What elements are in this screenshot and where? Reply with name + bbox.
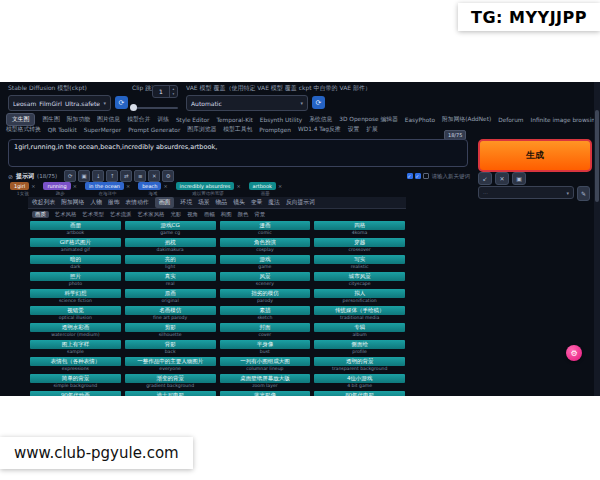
tag-button[interactable]: 亮的light (125, 255, 216, 270)
tag-category-tab[interactable]: 场景 (198, 198, 210, 207)
main-tab[interactable]: Deforum (498, 117, 523, 123)
clip-skip-number-input[interactable]: 1 ▴▾ (152, 85, 178, 98)
chip-text[interactable]: incredibly absurdres (176, 182, 235, 190)
chip-text[interactable]: 1girl (10, 182, 29, 190)
tag-category-tab[interactable]: 画面 (155, 197, 175, 208)
tag-button[interactable]: 暗的dark (30, 255, 121, 270)
generate-button[interactable]: 生成 (478, 139, 592, 172)
tag-button[interactable]: 背影back (125, 340, 216, 355)
tag-button[interactable]: 传统媒体（手绘稿）traditional media (314, 306, 405, 321)
tag-button[interactable]: 真实real (125, 272, 216, 287)
paste-params-icon[interactable]: ↙ (478, 172, 492, 185)
tag-button[interactable]: 表情包（各种表情）expressions (30, 357, 121, 372)
main-tab[interactable]: 扩展 (366, 125, 378, 134)
clip-skip-slider[interactable] (132, 107, 178, 109)
prompt-chip[interactable]: 1girl×1女孩 (10, 182, 35, 196)
scrollbar[interactable] (594, 82, 600, 396)
tag-button[interactable]: 蓝光影像blu-ray (220, 391, 311, 396)
settings-icon[interactable]: ⚙ (162, 170, 174, 182)
tag-button[interactable]: 抱枕dakimakura (125, 238, 216, 253)
chip-remove-icon[interactable]: × (31, 183, 35, 189)
edit-styles-button[interactable]: ✎ (577, 186, 590, 201)
tag-button[interactable]: GIF格式图片animated gif (30, 238, 121, 253)
import-icon[interactable]: ↓ (92, 170, 104, 182)
tag-button[interactable]: 风景scenery (220, 272, 311, 287)
main-tab[interactable]: Promptgen (259, 127, 291, 133)
swap-icon[interactable]: ⇄ (120, 170, 132, 182)
tag-button[interactable]: 80年代电影80s movie (314, 391, 405, 396)
chip-text[interactable]: running (43, 182, 70, 190)
tag-button[interactable]: 拙劣的模仿parody (220, 289, 311, 304)
main-tab[interactable]: WD1.4 Tag反推 (298, 125, 341, 134)
tag-subcategory-tab[interactable]: 画质 (32, 211, 49, 218)
tag-category-tab[interactable]: 附加网络 (61, 198, 84, 207)
tag-subcategory-tab[interactable]: 颜色 (238, 211, 249, 218)
main-tab[interactable]: 系统信息 (309, 115, 332, 124)
tag-button[interactable]: 简单的背景simple background (30, 374, 121, 389)
tag-category-tab[interactable]: 服饰 (108, 198, 120, 207)
clear-prompt-icon[interactable]: ✕ (495, 172, 509, 185)
tag-subcategory-tab[interactable]: 艺术风格 (55, 211, 77, 218)
chip-remove-icon[interactable]: × (73, 183, 77, 189)
tag-button[interactable]: 穿越crossover (314, 238, 405, 253)
main-tab[interactable]: 附加功能 (67, 115, 90, 124)
tag-button[interactable]: 半身像bust (220, 340, 311, 355)
main-tab[interactable]: QR Toolkit (48, 127, 77, 133)
clip-skip-slider-handle[interactable] (130, 104, 137, 111)
new-keyword-hint[interactable]: 请输入新关键词 (432, 173, 471, 180)
tag-button[interactable]: 城市风景cityscape (314, 272, 405, 287)
tag-subcategory-tab[interactable]: 构图 (221, 211, 232, 218)
tag-button[interactable]: 拟人personification (314, 289, 405, 304)
tag-button[interactable]: 桌面壁纸屏幕放大版zoom layer (220, 374, 311, 389)
main-tab[interactable]: 图片信息 (97, 115, 120, 124)
main-tab[interactable]: Prompt Generator (128, 127, 180, 133)
main-tab[interactable]: 附加网络(AddNet) (442, 115, 491, 124)
tag-button[interactable]: 渐变的背景gradient background (125, 374, 216, 389)
tag-subcategory-tab[interactable]: 艺术家风格 (137, 211, 164, 218)
chip-text[interactable]: beach (138, 182, 161, 190)
tag-category-tab[interactable]: 环境 (180, 198, 192, 207)
prompt-input[interactable]: 1girl,running,in the ocean,beach,incredi… (8, 139, 468, 167)
tag-button[interactable]: 视错觉optical illusion (30, 306, 121, 321)
styles-dropdown[interactable]: ··· ▾ (478, 186, 574, 199)
tag-category-tab[interactable]: 反向提示词 (286, 198, 315, 207)
main-tab[interactable]: 模型合并 (127, 115, 150, 124)
tag-button[interactable]: 一列有小图组成大图columnar lineup (220, 357, 311, 372)
scrollbar-thumb[interactable] (595, 110, 599, 202)
main-tab[interactable]: 设置 (348, 125, 360, 134)
tag-button[interactable]: 名画模仿fine art parody (125, 306, 216, 321)
stepper-arrows[interactable]: ▴▾ (169, 86, 177, 97)
copy-icon[interactable]: ▣ (78, 170, 90, 182)
tag-button[interactable]: 漫画comic (220, 221, 311, 236)
main-tab[interactable]: Style Editor (176, 117, 210, 123)
tag-button[interactable]: 科学幻想science fiction (30, 289, 121, 304)
export-icon[interactable]: ↑ (106, 170, 118, 182)
main-tab[interactable]: 训练 (157, 115, 169, 124)
tag-button[interactable]: 迪士尼电影disney movie (125, 391, 216, 396)
tag-button[interactable]: 游戏CGgame cg (125, 221, 216, 236)
tag-button[interactable]: 写实realistic (314, 255, 405, 270)
main-tab[interactable]: Infinite image browsing (531, 117, 599, 123)
tag-category-tab[interactable]: 物品 (216, 198, 228, 207)
tag-button[interactable]: 照片photo (30, 272, 121, 287)
vae-dropdown[interactable]: Automatic ▾ (186, 95, 308, 111)
tag-button[interactable]: 图上有字样sample (30, 340, 121, 355)
chip-remove-icon[interactable]: × (126, 183, 130, 189)
tag-category-tab[interactable]: 收起列表 (32, 198, 55, 207)
main-tab[interactable]: 模型格式转换 (6, 125, 41, 134)
main-tab[interactable]: EasyPhoto (405, 117, 435, 123)
tag-category-tab[interactable]: 魔法 (268, 198, 280, 207)
tag-subcategory-tab[interactable]: 光影 (170, 211, 181, 218)
main-tab[interactable]: 3D Openpose 编辑器 (339, 115, 398, 124)
tag-button[interactable]: 剪影silhouette (125, 323, 216, 338)
tag-subcategory-tab[interactable]: 艺术类型 (82, 211, 104, 218)
clear-icon[interactable]: ✕ (148, 170, 160, 182)
tag-button[interactable]: 透明的背景transparent background (314, 357, 405, 372)
chip-remove-icon[interactable]: × (278, 183, 282, 189)
main-tab[interactable]: 图生图 (42, 115, 59, 124)
prompt-chip[interactable]: beach×海滩 (138, 182, 167, 196)
chip-text[interactable]: in the ocean (85, 182, 124, 190)
tag-button[interactable]: 侧面绘profile (314, 340, 405, 355)
tag-subcategory-tab[interactable]: 背景 (254, 211, 265, 218)
tag-button[interactable]: 游戏game (220, 255, 311, 270)
